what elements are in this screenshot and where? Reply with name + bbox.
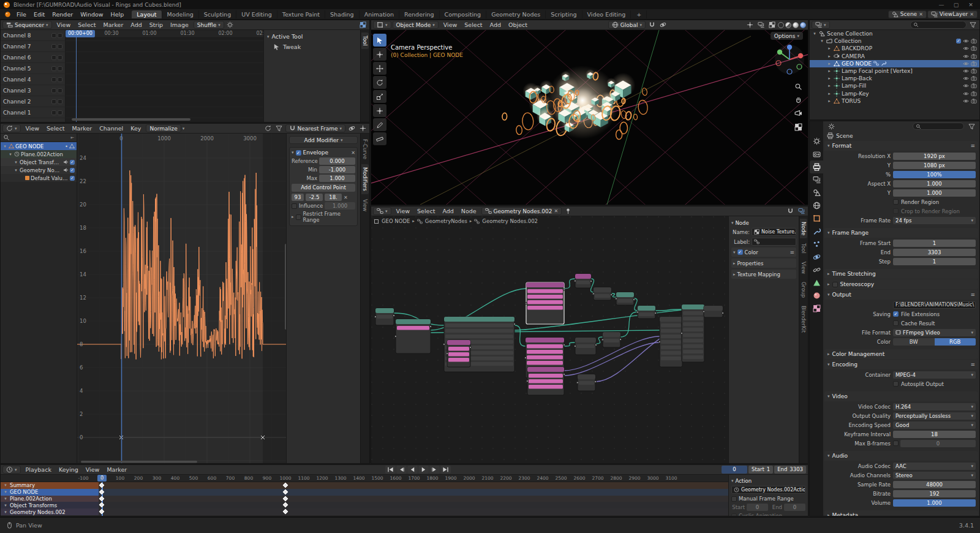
current-frame-field[interactable]: 0: [722, 466, 747, 474]
node-tab-view[interactable]: View: [800, 259, 807, 277]
expand-icon[interactable]: ▸: [827, 76, 832, 81]
render-visibility-icon[interactable]: [971, 83, 977, 89]
menu-top-window[interactable]: Window: [77, 10, 107, 18]
current-time-badge[interactable]: 00:00+00: [66, 30, 95, 37]
ghost-curves-icon[interactable]: [263, 124, 273, 132]
proportional-edit-icon[interactable]: [358, 124, 368, 132]
blender-menu-icon[interactable]: [2, 10, 12, 18]
sequencer-channel[interactable]: Channel 8: [1, 30, 65, 41]
menu-graph-channel[interactable]: Channel: [96, 124, 127, 132]
channel-lock-checkbox[interactable]: [58, 99, 62, 104]
sequencer-gizmo-icon[interactable]: [225, 21, 235, 29]
render-visibility-icon[interactable]: [971, 68, 977, 74]
number-field-keyframe-interval[interactable]: 18: [893, 431, 976, 438]
graph-channel-search[interactable]: ⇤: [1, 134, 77, 142]
node-overlays-icon[interactable]: [796, 207, 806, 215]
action-end-field[interactable]: 0: [784, 504, 805, 511]
rotate-tool[interactable]: [373, 76, 386, 89]
number-field-bitrate[interactable]: 192: [893, 490, 976, 497]
number-field-sample-rate[interactable]: 48000: [893, 481, 976, 488]
dropdown-audio-channels[interactable]: Stereo▾: [893, 472, 976, 479]
sequencer-shuffle-dropdown[interactable]: Shuffle▾: [194, 21, 224, 29]
channel-mute-checkbox[interactable]: [51, 88, 56, 93]
breadcrumb-item-geometry-nodes-002[interactable]: Geometry Nodes.002: [482, 218, 538, 224]
control-point-min-field[interactable]: -2.5: [306, 194, 323, 201]
menu-timeline-marker[interactable]: Marker: [103, 466, 130, 474]
select-tool[interactable]: [373, 34, 386, 47]
menu-viewport-select[interactable]: Select: [461, 21, 486, 29]
outliner-search-input[interactable]: [910, 21, 967, 29]
sequencer-track-area[interactable]: 00:00+00 00:3001:0001:3002:0002:30: [66, 30, 263, 122]
node-tab-tool[interactable]: Tool: [800, 240, 807, 257]
menu-top-file[interactable]: File: [13, 10, 30, 18]
panel-menu-icon[interactable]: ≡: [970, 292, 975, 298]
menu-viewport-object[interactable]: Object: [505, 21, 531, 29]
render-visibility-icon[interactable]: [971, 91, 977, 97]
channel-checkbox[interactable]: ✓: [70, 168, 75, 173]
expand-icon[interactable]: ▸: [827, 83, 832, 88]
menu-graph-select[interactable]: Select: [43, 124, 68, 132]
timeline-editor-type-dropdown[interactable]: ▾: [2, 466, 21, 474]
graph-channel[interactable]: ▾Object Transforms✓: [1, 158, 77, 166]
properties-section-header[interactable]: ▸Properties: [731, 259, 796, 268]
zoom-icon[interactable]: [794, 83, 802, 91]
scene-selector[interactable]: Scene✕: [888, 10, 927, 18]
properties-tab-object[interactable]: [810, 212, 823, 225]
transform-orientation-dropdown[interactable]: Global▾: [608, 21, 646, 29]
move-tool[interactable]: [373, 62, 386, 75]
checkbox-max-b-frames[interactable]: [893, 440, 899, 446]
workspace-tab-scripting[interactable]: Scripting: [546, 10, 582, 18]
timeline-channel-summary[interactable]: ▾Summary: [1, 482, 728, 489]
dropdown-video-codec[interactable]: H.264▾: [893, 403, 976, 410]
manual-frame-range-checkbox[interactable]: [731, 496, 737, 502]
menu-seq-select[interactable]: Select: [74, 21, 99, 29]
outliner-row-lamp-back[interactable]: ▸Lamp-Back: [810, 75, 979, 82]
frame-end-field[interactable]: End3303: [774, 466, 806, 474]
breadcrumb-scene[interactable]: Scene: [836, 133, 853, 139]
sequencer-channel[interactable]: Channel 6: [1, 52, 65, 63]
cursor-tool[interactable]: [373, 48, 386, 61]
properties-tab-object-data[interactable]: [810, 276, 823, 289]
properties-search-input[interactable]: [913, 123, 964, 130]
pan-hand-icon[interactable]: [794, 96, 802, 104]
scale-tool[interactable]: [373, 90, 386, 103]
graph-tab-f-curve[interactable]: F-Curve: [361, 136, 369, 162]
number-field-end[interactable]: 3303: [893, 249, 976, 256]
number-field-aspect-x[interactable]: 1.000: [893, 180, 976, 187]
view-layer-unlink-icon[interactable]: ✕: [970, 12, 974, 17]
panel-menu-icon[interactable]: ≡: [970, 143, 975, 149]
expand-icon[interactable]: ▸: [827, 91, 832, 96]
restrict-expand-icon[interactable]: ▸: [292, 214, 294, 219]
outliner-filter-icon[interactable]: [968, 21, 978, 29]
eye-icon[interactable]: [963, 45, 969, 51]
node-snap-icon[interactable]: [785, 207, 795, 215]
checkbox-render-region[interactable]: Render Region: [893, 199, 939, 205]
menu-node-node[interactable]: Node: [458, 207, 480, 215]
channel-mute-checkbox[interactable]: [51, 33, 56, 38]
shading-rendered-icon[interactable]: [800, 22, 806, 28]
previous-keyframe-button[interactable]: [396, 466, 407, 474]
menu-timeline-view[interactable]: View: [82, 466, 104, 474]
graph-curve-area[interactable]: 0100020003000242220181614121086420: [77, 134, 288, 464]
channel-mute-checkbox[interactable]: [51, 99, 56, 104]
workspace-tab-texture-paint[interactable]: Texture Paint: [277, 10, 325, 18]
maximize-button[interactable]: ▢: [951, 2, 962, 8]
properties-tab-modifiers[interactable]: [810, 225, 823, 238]
graph-tab-modifiers[interactable]: Modifiers: [361, 164, 369, 194]
measure-tool[interactable]: [373, 132, 386, 145]
unlink-node-tree-icon[interactable]: ✕: [554, 208, 559, 214]
xray-icon[interactable]: [767, 21, 777, 29]
slider-field-volume[interactable]: 1.000: [893, 499, 976, 507]
visibility-checkbox[interactable]: ✓: [956, 39, 961, 43]
reference-field[interactable]: 0.000: [319, 157, 355, 165]
modifier-delete-button[interactable]: ✕: [351, 150, 355, 156]
next-keyframe-button[interactable]: [429, 466, 440, 474]
menu-seq-image[interactable]: Image: [167, 21, 192, 29]
panel-header-video[interactable]: ▾Video: [824, 391, 978, 401]
cyclic-animation-checkbox[interactable]: [731, 513, 737, 517]
timeline-channel-object-transforms[interactable]: ▾Object Transforms: [1, 502, 728, 508]
breadcrumb-item-geo-node[interactable]: GEO NODE: [382, 218, 410, 224]
panel-checkbox[interactable]: [832, 282, 838, 287]
workspace-tab-animation[interactable]: Animation: [360, 10, 399, 18]
workspace-tab-video-editing[interactable]: Video Editing: [582, 10, 631, 18]
